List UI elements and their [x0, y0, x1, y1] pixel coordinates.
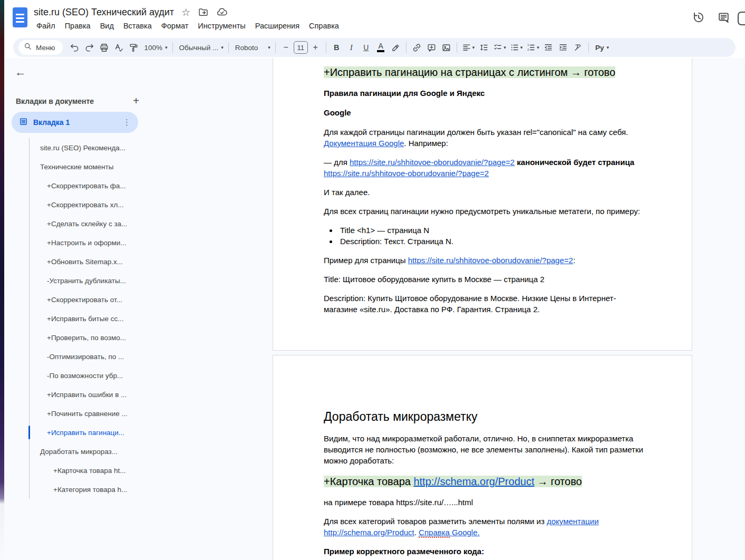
titlebar: site.ru (SEO) Технический аудит ☆ Файл П…	[4, 0, 745, 36]
paragraph-style-select[interactable]: Обычный ... ▾	[176, 40, 225, 55]
clipped-window-icon[interactable]	[738, 12, 745, 25]
font-size-increase-button[interactable]: +	[308, 40, 323, 55]
tab-item-active[interactable]: Вкладка 1 ⋮	[12, 112, 138, 133]
chevron-down-icon: ▾	[165, 45, 168, 50]
spellcheck-button[interactable]	[112, 40, 126, 55]
close-tabs-panel-button[interactable]: ←	[15, 66, 26, 78]
text-color-swatch	[377, 50, 384, 52]
bold-button[interactable]: B	[330, 40, 344, 55]
doc-link-page2-url[interactable]: https://site.ru/shhitovoe-oborudovanie/?…	[350, 158, 515, 167]
menu-format[interactable]: Формат	[157, 20, 193, 32]
outline-item[interactable]: +Скорректировать фа...	[30, 176, 161, 195]
outline-item[interactable]: +Починить сравнение ...	[30, 404, 161, 423]
tab-doc-icon	[19, 117, 28, 128]
link-icon	[412, 43, 422, 53]
doc-link-schema-product[interactable]: http://schema.org/Product	[413, 476, 534, 487]
outline-item[interactable]: -Оптимизировать, по ...	[30, 347, 161, 366]
doc-link-page2-url[interactable]: https://site.ru/shhitovoe-oborudovanie/?…	[324, 169, 489, 178]
menu-search-button[interactable]: Меню	[18, 40, 63, 55]
align-select[interactable]: ▾	[460, 40, 477, 55]
outline-item[interactable]: +Карточка товара ht...	[30, 461, 161, 480]
add-tab-button[interactable]: +	[130, 95, 142, 107]
version-history-icon[interactable]	[692, 11, 705, 26]
zoom-select[interactable]: 100% ▾	[141, 40, 169, 55]
italic-button[interactable]: I	[344, 40, 359, 55]
outline-item[interactable]: Технические моменты	[30, 157, 161, 176]
document-page-2[interactable]: Доработать микроразметку Видим, что над …	[273, 355, 692, 560]
desktop-edge-strip	[0, 0, 4, 560]
menu-tools[interactable]: Инструменты	[193, 20, 250, 32]
menu-file[interactable]: Файл	[32, 20, 60, 32]
outline-item[interactable]: +Исправить ошибки в ...	[30, 385, 161, 404]
insert-image-button[interactable]	[439, 40, 453, 55]
print-button[interactable]	[97, 40, 111, 55]
increase-indent-button[interactable]	[556, 40, 570, 55]
doc-link-page2-url[interactable]: https://site.ru/shhitovoe-oborudovanie/?…	[408, 256, 573, 265]
document-title[interactable]: site.ru (SEO) Технический аудит	[34, 7, 174, 18]
bulleted-list-select[interactable]: ▾	[508, 40, 525, 55]
outline-item[interactable]: +Сделать склейку с за...	[30, 214, 161, 233]
doc-paragraph: Пример для страницы https://site.ru/shhi…	[324, 255, 644, 266]
google-docs-logo[interactable]	[13, 7, 27, 27]
doc-paragraph: Для всех категорий товаров разметить эле…	[324, 516, 644, 538]
chevron-down-icon: ▾	[504, 45, 506, 50]
comments-icon[interactable]	[717, 11, 730, 26]
star-icon[interactable]: ☆	[181, 7, 190, 17]
doc-bullet-item: Title <h1> — страница N	[338, 225, 644, 236]
svg-text:2: 2	[528, 48, 529, 51]
chevron-down-icon: ▾	[472, 45, 475, 50]
add-comment-button[interactable]	[424, 40, 439, 55]
menu-help[interactable]: Справка	[304, 20, 344, 32]
clear-formatting-button[interactable]	[571, 40, 585, 55]
outline-item[interactable]: +Скорректировать от...	[30, 290, 161, 309]
highlight-color-button[interactable]	[389, 40, 403, 55]
outline-item[interactable]: +Категория товара h...	[30, 480, 161, 499]
menu-view[interactable]: Вид	[95, 20, 119, 32]
doc-heading-microdata: Доработать микроразметку	[324, 409, 644, 424]
chevron-down-icon: ▾	[221, 45, 224, 50]
doc-link-google-docs[interactable]: Документация Google	[324, 139, 404, 148]
input-tools-select[interactable]: Ру ▾	[592, 40, 611, 55]
decrease-indent-button[interactable]	[541, 40, 556, 55]
outline-item[interactable]: +Исправить битые сс...	[30, 309, 161, 328]
document-page-1[interactable]: +Исправить пагинацию на страницах с лист…	[273, 58, 692, 351]
doc-link-google-help[interactable]: Google.	[450, 528, 480, 537]
doc-link-google-help[interactable]: Справка	[419, 528, 450, 538]
chevron-down-icon: ▾	[537, 45, 539, 50]
menu-edit[interactable]: Правка	[60, 20, 95, 32]
outline-item[interactable]: +Проверить, по возмо...	[30, 328, 161, 347]
checklist-select[interactable]: ▾	[491, 40, 508, 55]
text-color-button[interactable]: A	[374, 40, 388, 55]
doc-paragraph: Для всех страниц пагинации нужно предусм…	[324, 206, 644, 217]
font-family-select[interactable]: Roboto ▾	[232, 40, 272, 55]
outline-item-active[interactable]: +Исправить пагинаци...	[30, 423, 161, 442]
numbered-list-select[interactable]: 12 ▾	[525, 40, 541, 55]
menu-insert[interactable]: Вставка	[119, 20, 157, 32]
outline-item[interactable]: -Устранить дубликаты...	[30, 271, 161, 290]
insert-link-button[interactable]	[410, 40, 424, 55]
undo-button[interactable]	[67, 40, 82, 55]
underline-button[interactable]: U	[359, 40, 373, 55]
menu-search-label: Меню	[36, 44, 55, 52]
outline-item[interactable]: site.ru (SEO) Рекоменда...	[30, 138, 161, 157]
outline-item[interactable]: +Скорректировать хл...	[30, 195, 161, 214]
outline-item[interactable]: +Настроить и оформи...	[30, 233, 161, 252]
align-left-icon	[462, 43, 471, 52]
tabs-header-label: Вкладки в документе	[16, 97, 94, 105]
cloud-saved-icon[interactable]	[216, 6, 228, 18]
chevron-down-icon: ▾	[268, 45, 270, 50]
outline-item[interactable]: Доработать микрораз...	[30, 442, 161, 461]
redo-button[interactable]	[82, 40, 96, 55]
outline-item[interactable]: +Обновить Sitemap.x...	[30, 252, 161, 271]
tab-options-kebab-icon[interactable]: ⋮	[123, 118, 131, 127]
outline-item[interactable]: -По возможности убр...	[30, 366, 161, 385]
doc-paragraph: Видим, что над микроразметкой работали, …	[324, 433, 644, 466]
paint-format-button[interactable]	[127, 40, 141, 55]
menu-extensions[interactable]: Расширения	[250, 20, 304, 32]
line-spacing-button[interactable]	[477, 40, 491, 55]
font-size-decrease-button[interactable]: −	[279, 40, 293, 55]
line-spacing-icon	[479, 43, 489, 52]
move-to-folder-icon[interactable]	[198, 7, 209, 18]
font-size-input[interactable]	[294, 41, 308, 54]
checklist-icon	[493, 43, 502, 52]
